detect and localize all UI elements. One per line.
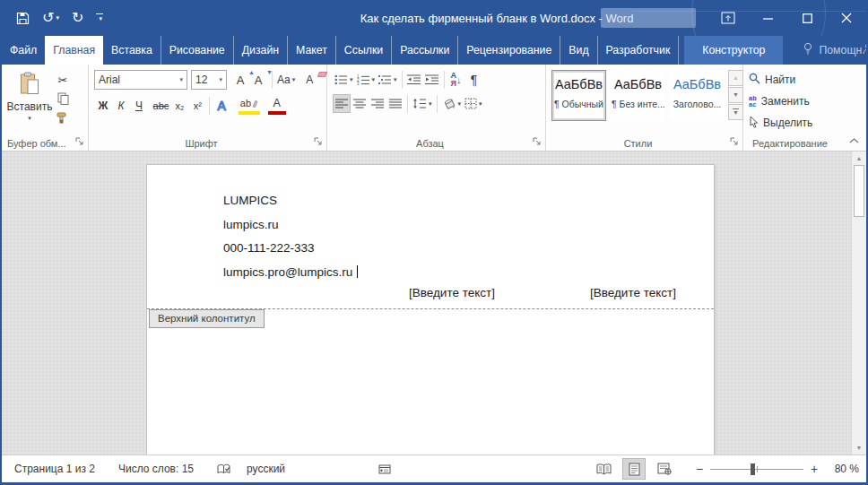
scroll-down-icon[interactable]: ▼ (852, 442, 866, 454)
paste-dropdown-arrow[interactable]: ▾ (28, 115, 31, 122)
zoom-slider[interactable] (710, 463, 803, 475)
font-family-combobox[interactable]: Arial▾ (94, 70, 187, 90)
style-normal[interactable]: АаБбВв ¶ Обычный (551, 70, 606, 121)
tab-references[interactable]: Ссылки (335, 36, 391, 65)
styles-gallery-more-icon[interactable]: ▼ (728, 104, 743, 120)
undo-icon[interactable]: ↺▾ (42, 11, 59, 25)
text-highlight-button[interactable]: ab (239, 96, 260, 115)
word-count[interactable]: Число слов: 15 (118, 463, 194, 475)
document-page[interactable]: LUMPICS lumpics.ru 000-111-222-333 lumpi… (146, 164, 715, 455)
styles-scroll-up-icon[interactable]: ▲ (728, 70, 743, 86)
strikethrough-button[interactable]: abc (152, 96, 171, 115)
close-button[interactable] (827, 0, 866, 36)
maximize-button[interactable] (787, 0, 827, 36)
tab-review[interactable]: Рецензирование (457, 36, 560, 65)
vertical-scrollbar[interactable]: ▲ ▼ (851, 152, 866, 455)
font-size-combobox[interactable]: 12▾ (191, 70, 227, 90)
zoom-out-button[interactable]: − (692, 462, 707, 476)
scroll-up-icon[interactable]: ▲ (852, 152, 866, 164)
text-effects-button[interactable]: A (213, 96, 230, 115)
group-font: Arial▾ 12▾ A▲ A▼ Aa▾ A Ж К Ч▾ abc x₂ x² … (89, 65, 327, 151)
tab-header-footer-design[interactable]: Конструктор (684, 36, 783, 65)
justify-button[interactable] (386, 94, 404, 113)
tab-draw[interactable]: Рисование (161, 36, 233, 65)
tab-file[interactable]: Файл (2, 36, 45, 65)
find-button[interactable]: Найти▾ (749, 71, 846, 89)
copy-icon[interactable] (54, 91, 72, 107)
style-heading1[interactable]: АаБбВв Заголово... (670, 70, 725, 121)
macro-record-icon[interactable] (378, 464, 391, 474)
tab-developer[interactable]: Разработчик (597, 36, 680, 65)
change-case-button[interactable]: Aa▾ (275, 71, 297, 90)
paragraph-dialog-launcher-icon[interactable] (533, 135, 541, 148)
tab-mailings[interactable]: Рассылки (391, 36, 457, 65)
web-layout-icon[interactable] (653, 458, 676, 480)
styles-scroll-down-icon[interactable]: ▼ (728, 87, 743, 103)
shrink-font-button[interactable]: A▼ (249, 71, 267, 90)
font-dialog-launcher-icon[interactable] (314, 135, 322, 148)
print-layout-icon[interactable] (622, 458, 646, 480)
styles-dialog-launcher-icon[interactable] (730, 135, 738, 148)
collapse-ribbon-icon[interactable] (849, 134, 859, 146)
multilevel-list-button[interactable]: ▾ (377, 70, 399, 89)
language-indicator[interactable]: русский (247, 463, 285, 475)
scrollbar-thumb[interactable] (854, 165, 864, 217)
superscript-button[interactable]: x² (188, 96, 206, 115)
show-formatting-marks-button[interactable]: ¶ (465, 70, 483, 89)
clear-formatting-button[interactable]: A (300, 71, 318, 90)
text-effects-dropdown-arrow[interactable]: ▾ (230, 102, 234, 109)
replace-button[interactable]: abac Заменить (749, 92, 846, 110)
decrease-indent-button[interactable] (405, 70, 423, 89)
grow-font-button[interactable]: A▲ (231, 71, 249, 90)
account-blurred[interactable] (601, 8, 696, 28)
increase-indent-button[interactable] (423, 70, 441, 89)
header-line-site[interactable]: lumpics.ru (223, 213, 358, 238)
borders-button[interactable]: ▾ (463, 94, 484, 113)
tab-view[interactable]: Вид (560, 36, 596, 65)
font-group-label: Шрифт (89, 138, 314, 149)
select-button[interactable]: Выделить▾ (749, 114, 846, 132)
tab-home[interactable]: Главная (45, 36, 103, 65)
sort-button[interactable]: АЯ↓ (447, 70, 465, 89)
cut-icon[interactable]: ✂ (54, 72, 72, 88)
customize-qat-icon[interactable]: ▾ (96, 13, 103, 22)
line-spacing-button[interactable]: ▾ (411, 94, 434, 113)
clipboard-dialog-launcher-icon[interactable] (75, 135, 83, 148)
ribbon-display-options-icon[interactable] (708, 0, 748, 36)
share-icon[interactable] (862, 42, 866, 58)
numbering-button[interactable]: 123▾ (355, 70, 378, 89)
align-left-button[interactable] (333, 94, 351, 113)
text-placeholder-1[interactable]: [Введите текст] (409, 286, 495, 299)
format-painter-icon[interactable] (54, 109, 72, 126)
proofing-icon[interactable] (217, 463, 230, 475)
underline-button[interactable]: Ч (130, 96, 148, 115)
zoom-slider-thumb[interactable] (751, 463, 755, 475)
tab-layout[interactable]: Макет (287, 36, 335, 65)
save-icon[interactable] (16, 12, 30, 25)
align-right-button[interactable] (369, 94, 386, 113)
header-line-company[interactable]: LUMPICS (223, 189, 358, 213)
shading-bucket-icon[interactable]: ▾ (440, 94, 464, 113)
highlight-dropdown-arrow[interactable]: ▾ (260, 102, 264, 109)
minimize-button[interactable] (748, 0, 787, 36)
zoom-in-button[interactable]: + (807, 462, 821, 476)
paste-button[interactable]: Вставить ▾ (9, 70, 50, 126)
align-center-button[interactable] (351, 94, 369, 113)
tab-insert[interactable]: Вставка (103, 36, 161, 65)
bullets-button[interactable]: ▾ (333, 70, 355, 89)
header-line-email[interactable]: lumpics.pro@lumpics.ru (223, 261, 358, 285)
header-line-phone[interactable]: 000-111-222-333 (223, 237, 358, 261)
tell-me-help[interactable]: Помощн (803, 36, 862, 65)
redo-icon[interactable]: ↻ (72, 11, 83, 25)
font-color-button[interactable]: A (268, 96, 286, 115)
page-indicator[interactable]: Страница 1 из 2 (14, 463, 95, 475)
subscript-button[interactable]: x₂ (170, 96, 188, 115)
bold-button[interactable]: Ж (94, 96, 112, 115)
read-mode-icon[interactable] (592, 458, 615, 480)
zoom-level[interactable]: 80 % (821, 463, 859, 475)
italic-button[interactable]: К (112, 96, 130, 115)
tab-design[interactable]: Дизайн (233, 36, 287, 65)
text-placeholder-2[interactable]: [Введите текст] (590, 286, 676, 299)
font-color-dropdown-arrow[interactable]: ▾ (286, 102, 290, 109)
style-no-spacing[interactable]: АаБбВв ¶ Без инте... (611, 70, 665, 121)
